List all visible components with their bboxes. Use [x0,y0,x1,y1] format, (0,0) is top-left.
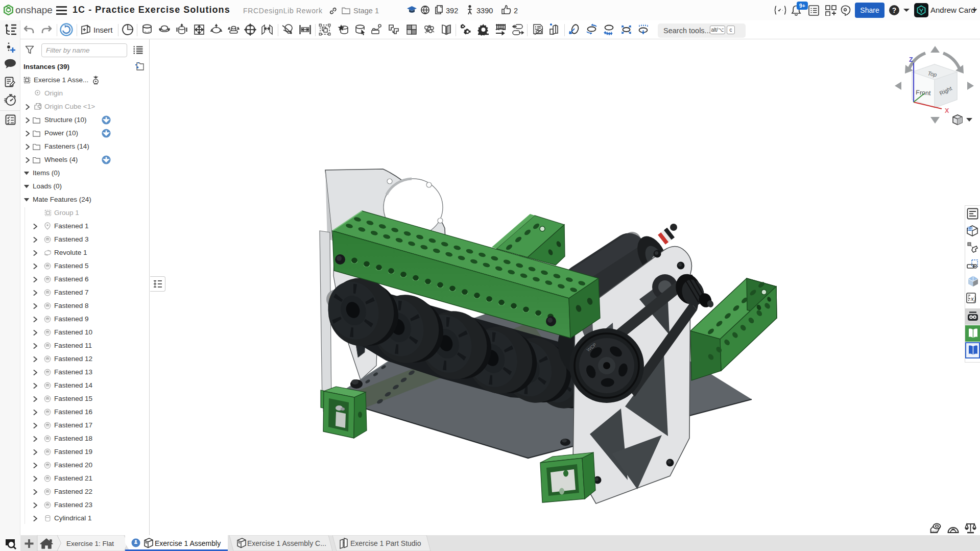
svg-text:Z: Z [909,56,913,63]
svg-text:X: X [945,107,949,114]
svg-text:x): x) [970,295,976,302]
svg-text:Front: Front [916,89,931,97]
svg-text:Exercise 1 Assembly: Exercise 1 Assembly [155,539,221,547]
svg-text:Exercise 1 Part Studio: Exercise 1 Part Studio [350,539,421,547]
svg-text:Exercise 1: Flat: Exercise 1: Flat [66,540,114,547]
svg-text:Exercise 1 Assembly C...: Exercise 1 Assembly C... [247,539,326,547]
svg-text:?: ? [892,6,897,14]
